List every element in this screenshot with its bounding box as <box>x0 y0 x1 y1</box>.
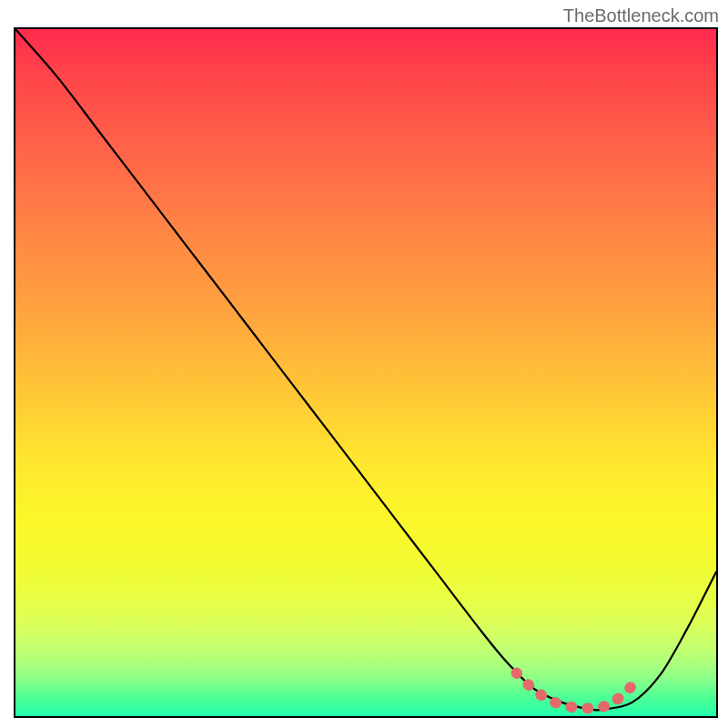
chart-overlay <box>15 29 716 716</box>
attribution-text: TheBottleneck.com <box>563 5 719 26</box>
plot-frame <box>14 27 718 718</box>
chart-container: TheBottleneck.com <box>0 0 728 728</box>
highlight-segment <box>517 672 636 708</box>
curve-line <box>15 29 716 710</box>
